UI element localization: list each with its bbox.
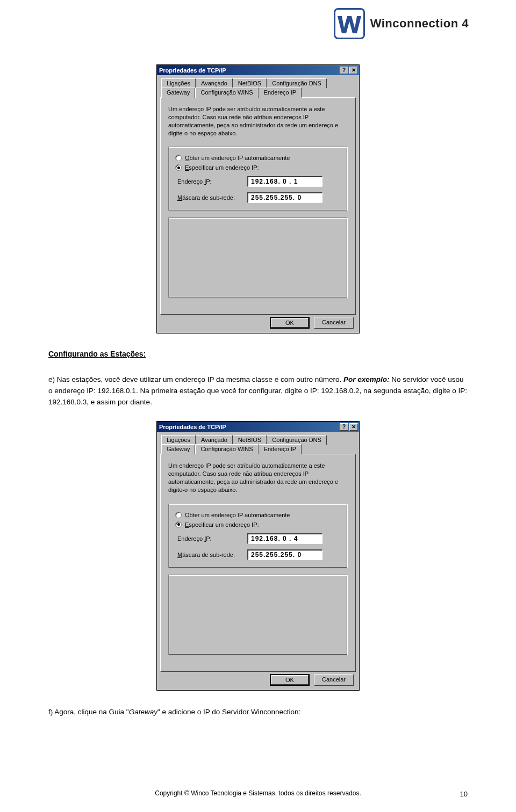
- radio-icon: [175, 521, 182, 528]
- radio-auto-ip[interactable]: Obter um endereço IP automaticamente: [175, 155, 342, 161]
- empty-group: [168, 575, 348, 655]
- paragraph-f-gateway: Gateway: [129, 708, 157, 716]
- section-heading: Configurando as Estações:: [48, 350, 468, 358]
- tab-gateway[interactable]: Gateway: [161, 88, 195, 98]
- tabs-row-2: Gateway Configuração WINS Endereço IP: [161, 444, 356, 454]
- tab-gateway[interactable]: Gateway: [161, 444, 195, 454]
- ip-description: Um endereço IP pode ser atribuído automa…: [168, 105, 348, 137]
- tcpip-properties-dialog-1: Propriedades de TCP/IP ? ✕ Ligações Avan…: [156, 64, 360, 334]
- subnet-mask-label: Máscara de sub-rede:: [177, 552, 247, 558]
- window-title: Propriedades de TCP/IP: [159, 424, 339, 430]
- ip-address-label: Endereço IP:: [177, 178, 247, 185]
- subnet-mask-input[interactable]: 255.255.255. 0: [247, 549, 322, 560]
- radio-auto-ip[interactable]: Obter um endereço IP automaticamente: [175, 512, 342, 518]
- ip-description: Um endereço IP pode ser atribuído automa…: [168, 462, 348, 494]
- radio-icon: [175, 512, 182, 518]
- tab-config-dns[interactable]: Configuração DNS: [267, 78, 327, 88]
- ok-button[interactable]: OK: [270, 674, 310, 686]
- radio-icon: [175, 164, 182, 171]
- paragraph-e-bold: Por exemplo:: [343, 375, 390, 383]
- titlebar[interactable]: Propriedades de TCP/IP ? ✕: [157, 65, 359, 75]
- paragraph-f-a: f) Agora, clique na Guia ": [48, 708, 129, 716]
- tab-config-wins[interactable]: Configuração WINS: [195, 88, 258, 98]
- radio-icon: [175, 155, 182, 161]
- titlebar[interactable]: Propriedades de TCP/IP ? ✕: [157, 422, 359, 432]
- close-button[interactable]: ✕: [349, 67, 358, 74]
- help-button[interactable]: ?: [340, 67, 348, 74]
- tab-page-endereco-ip: Um endereço IP pode ser atribuído automa…: [160, 454, 356, 671]
- window-title: Propriedades de TCP/IP: [159, 67, 339, 74]
- help-button[interactable]: ?: [340, 423, 348, 431]
- paragraph-f: f) Agora, clique na Guia "Gateway" e adi…: [48, 707, 468, 718]
- ip-mode-group: Obter um endereço IP automaticamente Esp…: [168, 147, 348, 211]
- tabs-row-1: Ligações Avançado NetBIOS Configuração D…: [161, 435, 356, 445]
- page-footer: Copyright © Winco Tecnologia e Sistemas,…: [48, 789, 468, 797]
- subnet-mask-input[interactable]: 255.255.255. 0: [247, 192, 322, 203]
- tab-config-wins[interactable]: Configuração WINS: [195, 444, 258, 454]
- ip-address-input[interactable]: 192.168. 0 . 4: [247, 533, 322, 544]
- tab-page-endereco-ip: Um endereço IP pode ser atribuído automa…: [160, 97, 356, 315]
- ip-address-label: Endereço IP:: [177, 535, 247, 542]
- tabs-row-2: Gateway Configuração WINS Endereço IP: [161, 88, 356, 98]
- tab-ligacoes[interactable]: Ligações: [161, 435, 196, 445]
- tab-avancado[interactable]: Avançado: [196, 435, 233, 445]
- tab-netbios[interactable]: NetBIOS: [233, 78, 267, 88]
- ip-mode-group: Obter um endereço IP automaticamente Esp…: [168, 504, 348, 568]
- close-button[interactable]: ✕: [349, 423, 358, 431]
- radio-auto-label: Obter um endereço IP automaticamente: [185, 155, 290, 161]
- tab-ligacoes[interactable]: Ligações: [161, 78, 196, 88]
- paragraph-f-b: " e adicione o IP do Servidor Winconnect…: [157, 708, 300, 716]
- ok-button[interactable]: OK: [270, 317, 310, 329]
- tab-avancado[interactable]: Avançado: [196, 78, 233, 88]
- tcpip-properties-dialog-2: Propriedades de TCP/IP ? ✕ Ligações Avan…: [156, 421, 360, 690]
- radio-specify-ip[interactable]: Especificar um endereço IP:: [175, 164, 342, 171]
- radio-auto-label: Obter um endereço IP automaticamente: [185, 512, 290, 518]
- radio-spec-label: Especificar um endereço IP:: [185, 164, 259, 171]
- tab-endereco-ip[interactable]: Endereço IP: [259, 444, 302, 454]
- logo-text: Winconnection 4: [370, 17, 469, 31]
- empty-group: [168, 218, 348, 298]
- paragraph-e: e) Nas estações, você deve utilizar um e…: [48, 374, 468, 408]
- logo-icon: [334, 8, 365, 39]
- tab-netbios[interactable]: NetBIOS: [233, 435, 267, 445]
- tabs-row-1: Ligações Avançado NetBIOS Configuração D…: [161, 78, 356, 88]
- subnet-mask-label: Máscara de sub-rede:: [177, 194, 247, 201]
- tab-endereco-ip[interactable]: Endereço IP: [259, 88, 302, 98]
- cancel-button[interactable]: Cancelar: [314, 317, 354, 329]
- ip-address-input[interactable]: 192.168. 0 . 1: [247, 176, 322, 187]
- page-number: 10: [460, 790, 468, 798]
- paragraph-e-prefix: e) Nas estações, você deve utilizar um e…: [48, 375, 343, 383]
- tab-config-dns[interactable]: Configuração DNS: [267, 435, 327, 445]
- copyright-text: Copyright © Winco Tecnologia e Sistemas,…: [155, 789, 361, 797]
- radio-specify-ip[interactable]: Especificar um endereço IP:: [175, 521, 342, 528]
- radio-spec-label: Especificar um endereço IP:: [185, 521, 259, 528]
- brand-logo: Winconnection 4: [334, 8, 469, 39]
- cancel-button[interactable]: Cancelar: [314, 674, 354, 686]
